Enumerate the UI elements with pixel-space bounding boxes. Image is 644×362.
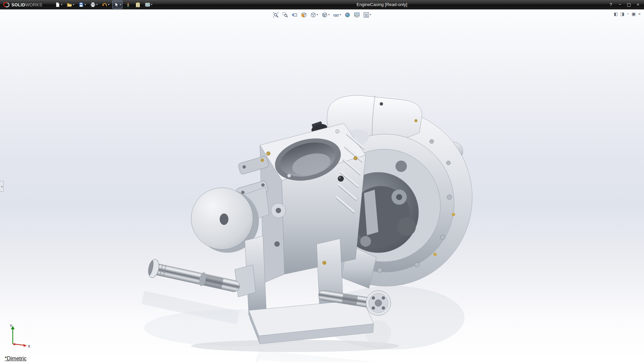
previous-view-icon — [291, 12, 297, 18]
view-cube-icon — [310, 12, 316, 18]
chevron-down-icon[interactable]: ▾ — [370, 13, 371, 16]
view-orientation-button[interactable]: ▾ — [310, 11, 318, 18]
doc-close-button[interactable]: × — [638, 12, 641, 16]
chevron-down-icon[interactable]: ▾ — [151, 3, 152, 6]
graphics-area[interactable]: ▾▾▾▾ ◧◨−▣× ◂ Y X *Dimetric — [0, 9, 644, 362]
apply-scene-button[interactable] — [354, 11, 360, 18]
scene-ball-icon — [354, 12, 360, 18]
doc-window-controls: ◧◨−▣× — [614, 12, 641, 16]
titlebar-controls: ?−▢× — [607, 0, 642, 9]
pane-left-button[interactable]: ◧ — [614, 12, 618, 16]
help-button[interactable]: ? — [607, 1, 615, 8]
options-sliders-icon — [145, 2, 150, 7]
chevron-down-icon[interactable]: ▾ — [317, 13, 318, 16]
chevron-down-icon[interactable]: ▾ — [328, 13, 329, 16]
zoom-fit-icon — [273, 12, 278, 18]
display-style-button[interactable]: ▾ — [321, 11, 330, 18]
solidworks-brand: SOLIDWORKS — [0, 2, 42, 8]
clipboard-icon — [135, 2, 141, 7]
pane-right-button[interactable]: ◨ — [620, 12, 624, 16]
undo-button[interactable]: ▾ — [101, 1, 111, 9]
print-button[interactable]: ▾ — [89, 1, 99, 9]
triad-x-label: X — [28, 344, 31, 348]
chevron-down-icon[interactable]: ▾ — [61, 3, 62, 6]
chevron-down-icon[interactable]: ▾ — [340, 13, 341, 16]
new-document-button[interactable]: ▾ — [54, 1, 64, 9]
new-document-icon — [55, 2, 60, 7]
file-properties-button[interactable] — [134, 1, 142, 9]
open-button[interactable]: ▾ — [65, 1, 75, 9]
select-button[interactable]: ▾ — [112, 1, 122, 9]
save-floppy-icon — [78, 2, 84, 7]
printer-icon — [90, 2, 96, 7]
featuremanager-collapse-tab[interactable]: ◂ — [0, 181, 4, 192]
close-button[interactable]: × — [634, 1, 642, 8]
appearance-ball-icon — [345, 12, 351, 18]
section-view-button[interactable] — [301, 11, 307, 18]
solidworks-logo-icon — [3, 2, 10, 8]
zoom-to-area-button[interactable] — [282, 11, 288, 18]
window-title: EngineCasing [Read-only] — [357, 0, 407, 9]
zoom-to-fit-button[interactable] — [272, 11, 279, 18]
edit-appearance-button[interactable] — [344, 11, 351, 18]
traffic-light-icon — [125, 2, 131, 7]
view-settings-icon — [364, 12, 369, 18]
doc-restore-button[interactable]: ▣ — [632, 12, 636, 16]
triad-y-label: Y — [10, 324, 12, 328]
headsup-toolbar: ▾▾▾▾ — [272, 11, 371, 18]
brand-text-works: WORKS — [25, 2, 42, 7]
chevron-down-icon[interactable]: ▾ — [85, 3, 86, 6]
brand-text-solid: SOLID — [11, 2, 25, 7]
engine-casing-model — [0, 9, 644, 362]
options-button[interactable]: ▾ — [144, 1, 154, 9]
open-folder-icon — [67, 2, 72, 7]
select-cursor-icon — [114, 2, 119, 7]
doc-minimize-button[interactable]: − — [627, 12, 630, 16]
minimize-button[interactable]: − — [616, 1, 624, 8]
chevron-down-icon[interactable]: ▾ — [73, 3, 74, 6]
section-view-icon — [301, 12, 307, 18]
save-button[interactable]: ▾ — [77, 1, 87, 9]
undo-arrow-icon — [102, 2, 107, 7]
orientation-triad: Y X — [5, 322, 34, 351]
zoom-area-icon — [282, 12, 288, 18]
chevron-down-icon[interactable]: ▾ — [96, 3, 98, 6]
titlebar[interactable]: SOLIDWORKS ▾▾▾▾▾▾▾ EngineCasing [Read-on… — [0, 0, 644, 9]
view-settings-button[interactable]: ▾ — [363, 11, 372, 18]
brand-text: SOLIDWORKS — [11, 2, 42, 8]
glasses-icon — [333, 12, 339, 18]
rebuild-button[interactable] — [124, 1, 132, 9]
main-toolbar: ▾▾▾▾▾▾▾ — [54, 1, 154, 9]
hide-show-items-button[interactable]: ▾ — [333, 11, 341, 18]
chevron-down-icon[interactable]: ▾ — [120, 3, 121, 6]
solidworks-window: SOLIDWORKS ▾▾▾▾▾▾▾ EngineCasing [Read-on… — [0, 0, 644, 9]
previous-view-button[interactable] — [291, 11, 298, 18]
view-orientation-label: *Dimetric — [5, 356, 26, 362]
maximize-button[interactable]: ▢ — [625, 1, 633, 8]
chevron-down-icon[interactable]: ▾ — [108, 3, 109, 6]
shaded-cube-icon — [322, 12, 327, 18]
